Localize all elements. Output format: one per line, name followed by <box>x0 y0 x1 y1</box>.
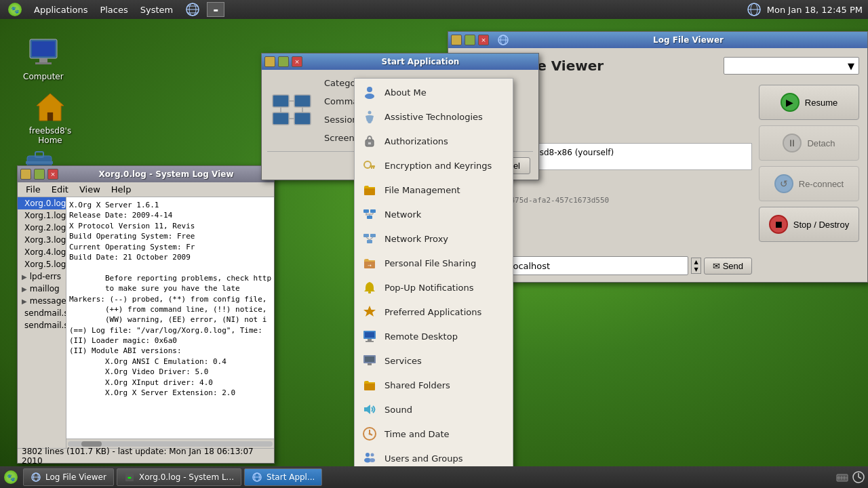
svg-point-25 <box>367 87 372 92</box>
applications-menu[interactable]: Applications <box>28 3 93 16</box>
start-app-maximize-btn[interactable] <box>278 56 289 67</box>
detach-button[interactable]: ⏸ Detach <box>759 125 859 161</box>
syslog-edit-menu[interactable]: Edit <box>46 184 74 195</box>
menu-item-services[interactable]: Services <box>355 348 513 373</box>
svg-rect-34 <box>371 167 372 169</box>
taskbar-gnome-icon: 🐾 <box>4 470 18 484</box>
start-app-minimize-btn[interactable] <box>264 56 275 67</box>
menu-item-remote-desktop[interactable]: Remote Desktop <box>355 324 513 348</box>
menu-item-time-and-date[interactable]: Time and Date <box>355 422 513 446</box>
menu-item-authorizations[interactable]: Authorizations <box>355 129 513 153</box>
terminal-button[interactable]: ▬ <box>207 2 224 17</box>
start-app-close-btn[interactable]: × <box>292 56 302 67</box>
taskbar-xorglog-icon: ▬ <box>124 472 135 483</box>
svg-rect-11 <box>35 62 52 64</box>
places-menu[interactable]: Places <box>94 3 133 16</box>
resume-icon: ▶ <box>781 93 800 112</box>
taskbar-logviewer-btn[interactable]: Log File Viewer <box>23 468 114 486</box>
remote-desktop-icon <box>361 328 378 344</box>
syslog-maximize-btn[interactable] <box>34 169 45 180</box>
network-icon[interactable] <box>180 1 205 18</box>
menu-item-file-management[interactable]: File Management <box>355 178 513 202</box>
taskbar-xorglog-btn[interactable]: ▬ Xorg.0.log - System L... <box>117 468 241 486</box>
menu-item-about-me[interactable]: About Me <box>355 80 513 104</box>
syslog-file-xorg4[interactable]: Xorg.4.log <box>18 246 66 258</box>
syslog-file-xorg5[interactable]: Xorg.5.log <box>18 258 66 270</box>
stop-destroy-button[interactable]: ⏹ Stop / Destroy <box>759 207 859 242</box>
home-desktop-icon[interactable]: freebsd8's Home <box>20 88 80 148</box>
top-panel-left: 🐾 Applications Places System ▬ <box>0 1 224 18</box>
shared-folders-icon <box>361 377 378 393</box>
reconnect-button[interactable]: ↺ Re-connect <box>759 166 859 201</box>
logfile-spin-control[interactable]: ▲ ▼ <box>691 258 701 274</box>
svg-rect-10 <box>39 58 47 62</box>
datetime-label: Mon Jan 18, 12:45 PM <box>767 5 863 15</box>
svg-rect-17 <box>273 95 289 107</box>
computer-icon-label: Computer <box>23 72 64 81</box>
logfile-maximize-btn[interactable] <box>465 35 475 45</box>
send-button[interactable]: ✉ Send <box>704 258 752 274</box>
menu-item-encryption[interactable]: Encryption and Keyrings <box>355 153 513 178</box>
top-panel-right: Mon Jan 18, 12:45 PM <box>747 2 868 17</box>
gnome-menu-button[interactable]: 🐾 <box>3 1 27 18</box>
globe-icon <box>185 2 200 17</box>
syslog-file-messages[interactable]: ▶ messages <box>18 295 66 307</box>
spin-up-icon[interactable]: ▲ <box>692 258 700 266</box>
syslog-file-menu[interactable]: File <box>20 184 46 195</box>
taskbar-layout-icon[interactable] <box>835 470 849 484</box>
start-app-icon-area <box>270 89 313 132</box>
menu-item-personal-file-sharing[interactable]: → Personal File Sharing <box>355 251 513 275</box>
system-menu[interactable]: System <box>135 3 178 16</box>
menu-item-sound[interactable]: Sound <box>355 397 513 422</box>
network-icon <box>361 206 378 222</box>
syslog-minimize-btn[interactable] <box>20 169 31 180</box>
syslog-view-menu[interactable]: View <box>74 184 106 195</box>
syslog-titlebar: × Xorg.0.log - System Log View <box>18 166 274 182</box>
svg-rect-19 <box>273 113 289 125</box>
svg-text:→: → <box>368 263 372 268</box>
syslog-file-xorg3[interactable]: Xorg.3.log <box>18 234 66 246</box>
svg-rect-55 <box>366 341 374 342</box>
syslog-file-sendmail0[interactable]: sendmail.st.0 <box>18 307 66 319</box>
syslog-close-btn[interactable]: × <box>47 169 58 180</box>
users-and-groups-icon <box>361 450 378 466</box>
logfile-profile-dropdown[interactable]: ▼ <box>724 57 859 75</box>
resume-button[interactable]: ▶ Resume <box>759 85 859 120</box>
svg-rect-32 <box>370 165 375 167</box>
svg-rect-57 <box>365 357 374 362</box>
logfile-close-btn[interactable]: × <box>478 35 489 45</box>
menu-item-popup-notifications[interactable]: Pop-Up Notifications <box>355 275 513 300</box>
menu-item-assistive-tech[interactable]: Assistive Technologies <box>355 104 513 129</box>
svg-point-27 <box>368 111 372 115</box>
menu-item-shared-folders[interactable]: Shared Folders <box>355 373 513 397</box>
menu-item-preferred-applications[interactable]: Preferred Applications <box>355 300 513 324</box>
network-proxy-icon <box>361 230 378 247</box>
syslog-file-sendmail1[interactable]: sendmail.st.1 <box>18 319 66 331</box>
svg-point-64 <box>369 433 371 435</box>
menu-item-network[interactable]: Network <box>355 202 513 226</box>
syslog-help-menu[interactable]: Help <box>106 184 137 195</box>
taskbar-time-icon[interactable] <box>852 470 865 484</box>
svg-point-26 <box>365 94 374 99</box>
clock-icon <box>852 470 865 484</box>
syslog-file-xorg0[interactable]: Xorg.0.log <box>18 197 66 209</box>
svg-rect-37 <box>370 209 376 213</box>
svg-rect-38 <box>367 216 372 219</box>
svg-rect-45 <box>367 240 372 243</box>
send-icon: ✉ <box>713 261 720 271</box>
svg-point-65 <box>366 453 370 457</box>
computer-desktop-icon[interactable]: Computer <box>20 34 66 84</box>
taskbar-start-icon[interactable]: 🐾 <box>3 469 19 485</box>
menu-item-network-proxy[interactable]: Network Proxy <box>355 226 513 251</box>
syslog-status-text: 3802 lines (101.7 KB) - last update: Mon… <box>22 447 270 466</box>
syslog-file-lpd[interactable]: ▶ lpd-errs <box>18 270 66 283</box>
logfile-minimize-btn[interactable] <box>451 35 462 45</box>
taskbar-startapp-btn[interactable]: Start Appl... <box>244 468 322 486</box>
syslog-file-maillog[interactable]: ▶ maillog <box>18 283 66 295</box>
syslog-file-xorg2[interactable]: Xorg.2.log <box>18 222 66 234</box>
syslog-file-xorg1[interactable]: Xorg.1.log <box>18 209 66 222</box>
spin-down-icon[interactable]: ▼ <box>692 266 700 273</box>
detach-icon: ⏸ <box>783 134 802 152</box>
syslog-filelist[interactable]: Xorg.0.log Xorg.1.log Xorg.2.log Xorg.3.… <box>18 197 66 448</box>
svg-rect-44 <box>370 234 376 237</box>
